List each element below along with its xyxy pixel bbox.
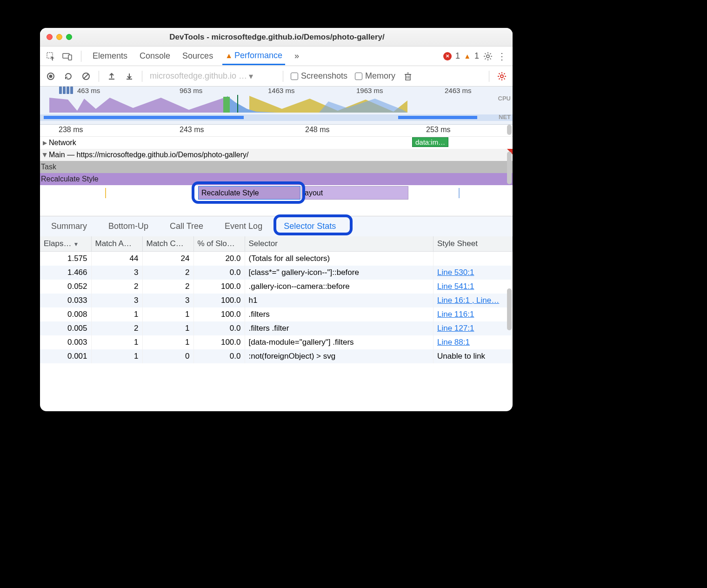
cell-stylesheet: Unable to link xyxy=(434,349,513,363)
sort-desc-icon: ▼ xyxy=(73,241,79,247)
cell-match-count: 3 xyxy=(142,294,193,307)
upload-icon[interactable] xyxy=(107,71,117,81)
cell-elapsed: 1.466 xyxy=(40,266,91,280)
svg-line-7 xyxy=(84,74,88,79)
cell-selector: [data-module="gallery"] .filters xyxy=(245,335,434,349)
task-block[interactable]: Task xyxy=(40,161,513,173)
cell-pct: 0.0 xyxy=(193,266,245,280)
cell-elapsed: 0.001 xyxy=(40,349,91,363)
download-icon[interactable] xyxy=(124,71,134,81)
table-row[interactable]: 1.466320.0[class*=" gallery-icon--"]::be… xyxy=(40,266,513,280)
clear-button[interactable] xyxy=(81,71,91,81)
recalculate-style-block[interactable]: Recalculate Style xyxy=(40,173,513,185)
close-window-button[interactable] xyxy=(47,34,53,40)
cell-match-attempts: 1 xyxy=(91,349,142,363)
table-row[interactable]: 1.575442420.0(Totals for all selectors) xyxy=(40,252,513,266)
cell-selector: h1 xyxy=(245,294,434,307)
col-stylesheet[interactable]: Style Sheet xyxy=(434,236,513,252)
timeline-overview[interactable]: 463 ms 963 ms 1463 ms 1963 ms 2463 ms xyxy=(40,87,513,125)
tab-selector-stats[interactable]: Selector Stats xyxy=(279,219,340,234)
tab-performance[interactable]: ▲Performance xyxy=(222,47,285,65)
maximize-window-button[interactable] xyxy=(66,34,72,40)
detail-ruler[interactable]: 238 ms 243 ms 248 ms 253 ms xyxy=(40,125,513,137)
table-row[interactable]: 0.05222100.0.gallery-icon--camera::befor… xyxy=(40,280,513,294)
cell-match-count: 2 xyxy=(142,280,193,294)
tab-summary[interactable]: Summary xyxy=(47,219,92,234)
table-row[interactable]: 0.005210.0.filters .filterLine 127:1 xyxy=(40,321,513,335)
cell-match-attempts: 3 xyxy=(91,294,142,307)
error-count-badge[interactable]: ✕ xyxy=(443,52,452,60)
cell-elapsed: 1.575 xyxy=(40,252,91,266)
svg-point-5 xyxy=(49,74,53,78)
capture-settings-icon[interactable] xyxy=(497,71,507,81)
cell-match-attempts: 2 xyxy=(91,321,142,335)
warning-count: 1 xyxy=(474,51,479,61)
selector-stats-table: Elaps…▼ Match A… Match C… % of Slo… Sele… xyxy=(40,236,513,363)
cell-selector: [class*=" gallery-icon--"]::before xyxy=(245,266,434,280)
cell-stylesheet[interactable]: Line 116:1 xyxy=(434,307,513,321)
table-row[interactable]: 0.001100.0:not(foreignObject) > svgUnabl… xyxy=(40,349,513,363)
network-track-header[interactable]: ▶ Network data:im… xyxy=(40,137,513,149)
reload-record-button[interactable] xyxy=(63,71,73,81)
scrollbar-thumb[interactable] xyxy=(507,125,512,135)
col-elapsed[interactable]: Elaps…▼ xyxy=(40,236,91,252)
screenshots-checkbox[interactable]: Screenshots xyxy=(291,71,347,81)
window-title: DevTools - microsoftedge.github.io/Demos… xyxy=(72,33,482,42)
cell-pct: 100.0 xyxy=(193,335,245,349)
device-toolbar-icon[interactable] xyxy=(62,51,73,61)
cell-match-count: 2 xyxy=(142,266,193,280)
flame-chart[interactable]: ▶ Network data:im… ▶ Main — https://micr… xyxy=(40,137,513,216)
tab-sources[interactable]: Sources xyxy=(180,47,216,65)
scrollbar-thumb[interactable] xyxy=(507,152,512,184)
scrollbar-thumb[interactable] xyxy=(507,288,512,330)
table-row[interactable]: 0.03333100.0h1Line 16:1 , Line… xyxy=(40,294,513,307)
cell-selector: .gallery-icon--camera::before xyxy=(245,280,434,294)
col-match-count[interactable]: Match C… xyxy=(142,236,193,252)
flame-tick xyxy=(459,188,460,198)
cell-stylesheet[interactable]: Line 530:1 xyxy=(434,266,513,280)
tab-call-tree[interactable]: Call Tree xyxy=(165,219,208,234)
cell-pct: 0.0 xyxy=(193,321,245,335)
network-request-block[interactable]: data:im… xyxy=(412,137,448,147)
net-label: NET xyxy=(499,114,511,120)
cell-match-count: 1 xyxy=(142,321,193,335)
record-button[interactable] xyxy=(46,71,56,81)
col-pct-slow[interactable]: % of Slo… xyxy=(193,236,245,252)
window-controls xyxy=(47,34,72,40)
main-track-header[interactable]: ▶ Main — https://microsoftedge.github.io… xyxy=(40,149,513,161)
cell-match-attempts: 1 xyxy=(91,307,142,321)
cell-stylesheet[interactable]: Line 88:1 xyxy=(434,335,513,349)
recording-selector[interactable]: microsoftedge.github.io …▾ xyxy=(150,71,275,81)
tab-bottom-up[interactable]: Bottom-Up xyxy=(104,219,153,234)
cell-stylesheet[interactable]: Line 127:1 xyxy=(434,321,513,335)
tab-event-log[interactable]: Event Log xyxy=(220,219,267,234)
performance-toolbar: microsoftedge.github.io …▾ Screenshots M… xyxy=(40,66,513,87)
settings-gear-icon[interactable] xyxy=(483,51,493,61)
title-bar: DevTools - microsoftedge.github.io/Demos… xyxy=(40,28,513,47)
svg-rect-11 xyxy=(223,97,230,113)
table-row[interactable]: 0.00311100.0[data-module="gallery"] .fil… xyxy=(40,335,513,349)
garbage-collect-icon[interactable] xyxy=(403,71,413,81)
minimize-window-button[interactable] xyxy=(56,34,62,40)
cell-stylesheet[interactable]: Line 16:1 , Line… xyxy=(434,294,513,307)
cell-elapsed: 0.008 xyxy=(40,307,91,321)
svg-point-3 xyxy=(487,55,489,58)
col-match-attempts[interactable]: Match A… xyxy=(91,236,142,252)
main-tab-bar: Elements Console Sources ▲Performance » … xyxy=(40,47,513,66)
cell-match-count: 1 xyxy=(142,335,193,349)
svg-rect-8 xyxy=(406,74,410,80)
memory-checkbox[interactable]: Memory xyxy=(355,71,395,81)
cell-pct: 0.0 xyxy=(193,349,245,363)
error-count: 1 xyxy=(455,51,460,61)
collapse-icon: ▶ xyxy=(42,153,48,157)
tab-console[interactable]: Console xyxy=(137,47,173,65)
more-tabs-button[interactable]: » xyxy=(292,47,302,65)
tab-elements[interactable]: Elements xyxy=(90,47,130,65)
cell-stylesheet[interactable]: Line 541:1 xyxy=(434,280,513,294)
recalc-style-selected-block[interactable]: Recalculate Style xyxy=(198,186,300,200)
inspect-icon[interactable] xyxy=(46,51,56,61)
table-row[interactable]: 0.00811100.0.filtersLine 116:1 xyxy=(40,307,513,321)
more-menu-icon[interactable]: ⋮ xyxy=(497,51,507,61)
layout-block[interactable]: ayout xyxy=(301,186,408,200)
col-selector[interactable]: Selector xyxy=(245,236,434,252)
